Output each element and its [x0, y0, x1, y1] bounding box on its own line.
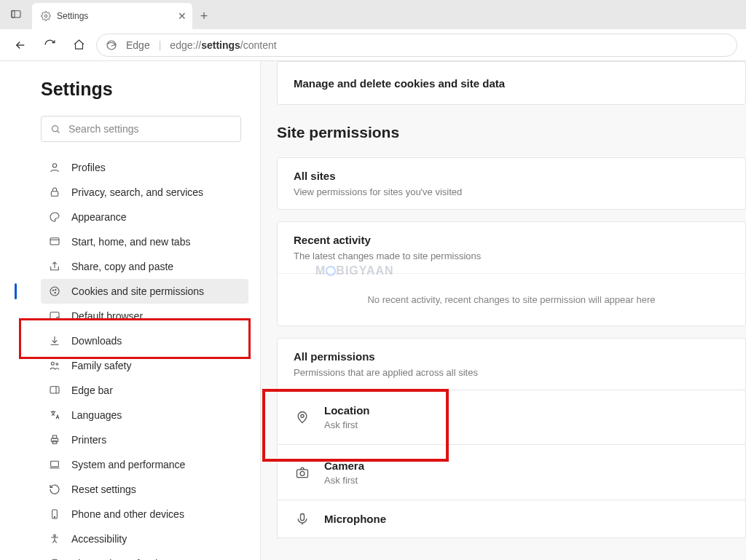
new-tab-button[interactable]: +: [192, 3, 216, 29]
nav-languages[interactable]: Languages: [41, 403, 248, 427]
all-sites-title: All sites: [294, 170, 729, 182]
gear-icon: [41, 11, 51, 21]
share-icon: [48, 261, 61, 272]
edge-logo-icon: [106, 39, 117, 51]
nav-start[interactable]: Start, home, and new tabs: [41, 229, 248, 254]
microphone-icon: [294, 512, 311, 527]
nav-edge-bar[interactable]: Edge bar: [41, 378, 248, 403]
svg-point-14: [51, 362, 54, 365]
svg-rect-6: [51, 192, 58, 197]
family-icon: [48, 360, 61, 371]
titlebar: Settings ✕ +: [0, 0, 746, 29]
card-all-permissions-head: All permissions Permissions that are app…: [277, 338, 746, 390]
url-scheme: Edge: [126, 39, 150, 51]
perm-microphone[interactable]: Microphone: [277, 500, 746, 538]
svg-point-8: [50, 287, 59, 296]
svg-point-25: [301, 414, 304, 417]
all-perms-sub: Permissions that are applied across all …: [294, 367, 729, 378]
printer-icon: [48, 434, 61, 446]
svg-rect-19: [52, 441, 56, 443]
svg-point-23: [54, 535, 56, 537]
cookie-icon: [48, 285, 61, 297]
content: Settings Search settings Profiles Privac…: [0, 61, 746, 560]
nav-share[interactable]: Share, copy and paste: [41, 254, 248, 279]
recent-sub: The latest changes made to site permissi…: [294, 251, 729, 261]
permissions-list: LocationAsk first CameraAsk first Microp…: [277, 390, 746, 538]
tab-title: Settings: [57, 11, 88, 21]
sidebar-icon: [48, 384, 61, 396]
url-path: edge://settings/content: [170, 39, 276, 51]
url-separator: |: [159, 39, 162, 51]
tab-actions-button[interactable]: [0, 0, 32, 29]
nav-accessibility[interactable]: Accessibility: [41, 527, 248, 551]
nav-cookies[interactable]: Cookies and site permissions: [41, 279, 248, 304]
back-button[interactable]: [9, 33, 32, 57]
card-recent-activity: Recent activity The latest changes made …: [277, 221, 746, 326]
svg-rect-16: [50, 387, 59, 393]
browser-icon: [48, 310, 61, 322]
search-placeholder: Search settings: [68, 123, 139, 135]
section-site-permissions-title: Site permissions: [277, 124, 746, 141]
location-icon: [294, 410, 311, 425]
svg-point-27: [300, 471, 305, 476]
svg-rect-7: [50, 238, 59, 245]
camera-icon: [294, 465, 311, 480]
nav-profiles[interactable]: Profiles: [41, 155, 248, 180]
svg-point-5: [52, 164, 56, 167]
refresh-button[interactable]: [38, 33, 61, 57]
svg-point-2: [44, 15, 47, 17]
search-icon: [50, 124, 61, 135]
settings-nav: Profiles Privacy, search, and services A…: [41, 155, 248, 560]
nav-phone[interactable]: Phone and other devices: [41, 502, 248, 527]
settings-main: Manage and delete cookies and site data …: [261, 61, 746, 560]
close-tab-icon[interactable]: ✕: [178, 10, 186, 22]
svg-rect-20: [51, 461, 59, 466]
window-icon: [48, 236, 61, 248]
phone-icon: [48, 508, 61, 520]
nav-reset[interactable]: Reset settings: [41, 477, 248, 502]
settings-sidebar: Settings Search settings Profiles Privac…: [0, 61, 261, 560]
svg-rect-12: [50, 312, 59, 319]
download-icon: [48, 335, 61, 347]
all-perms-title: All permissions: [294, 350, 729, 363]
svg-rect-28: [301, 513, 305, 520]
recent-empty: No recent activity, recent changes to si…: [278, 273, 745, 326]
nav-appearance[interactable]: Appearance: [41, 205, 248, 229]
nav-downloads[interactable]: Downloads: [41, 328, 248, 353]
reset-icon: [48, 484, 61, 495]
card-all-sites[interactable]: All sites View permissions for sites you…: [277, 157, 746, 210]
all-sites-sub: View permissions for sites you've visite…: [294, 186, 729, 197]
svg-rect-18: [52, 435, 56, 438]
nav-family[interactable]: Family safety: [41, 353, 248, 378]
language-icon: [48, 409, 61, 421]
toolbar: Edge | edge://settings/content: [0, 29, 746, 61]
nav-printers[interactable]: Printers: [41, 427, 248, 452]
svg-point-22: [54, 516, 55, 517]
nav-system[interactable]: System and performance: [41, 452, 248, 477]
search-settings-input[interactable]: Search settings: [41, 116, 241, 142]
perm-camera[interactable]: CameraAsk first: [277, 445, 746, 500]
svg-point-13: [57, 317, 59, 319]
perm-location[interactable]: LocationAsk first: [277, 390, 746, 445]
home-button[interactable]: [67, 33, 90, 57]
svg-rect-0: [12, 11, 20, 17]
accessibility-icon: [48, 533, 61, 545]
svg-point-11: [55, 292, 55, 293]
nav-about[interactable]: About Microsoft Edge: [41, 551, 248, 560]
profile-icon: [48, 162, 61, 173]
laptop-icon: [48, 459, 61, 470]
svg-point-4: [52, 125, 58, 131]
browser-tab[interactable]: Settings ✕: [32, 3, 192, 29]
svg-point-15: [56, 363, 58, 366]
nav-privacy[interactable]: Privacy, search, and services: [41, 180, 248, 205]
address-bar[interactable]: Edge | edge://settings/content: [96, 33, 737, 57]
page-title: Settings: [41, 79, 250, 100]
svg-point-10: [55, 289, 56, 290]
lock-icon: [48, 186, 61, 198]
palette-icon: [48, 211, 61, 223]
svg-rect-26: [297, 469, 308, 477]
nav-default-browser[interactable]: Default browser: [41, 304, 248, 328]
svg-point-9: [52, 290, 53, 291]
recent-title: Recent activity: [294, 234, 729, 246]
cookies-banner[interactable]: Manage and delete cookies and site data: [277, 61, 746, 105]
